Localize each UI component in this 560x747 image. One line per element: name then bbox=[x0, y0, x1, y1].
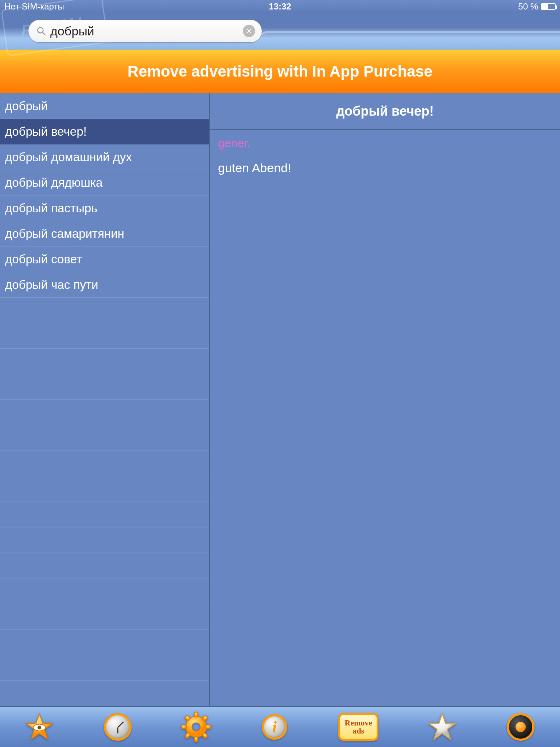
results-list[interactable]: добрыйдобрый вечер!добрый домашний духдо… bbox=[0, 93, 210, 706]
list-item[interactable]: добрый час пути bbox=[0, 272, 209, 298]
svg-rect-7 bbox=[194, 737, 198, 742]
search-bar-area bbox=[0, 13, 560, 50]
remove-ads-icon: Remove ads bbox=[338, 713, 378, 741]
list-item[interactable]: добрый вечер! bbox=[0, 119, 209, 144]
info-icon: i bbox=[262, 714, 287, 740]
tab-settings[interactable] bbox=[180, 711, 213, 743]
star-icon bbox=[427, 712, 457, 742]
remove-ads-line1: Remove bbox=[345, 719, 372, 727]
tab-star[interactable] bbox=[426, 711, 459, 743]
ad-banner-text: Remove advertising with In App Purchase bbox=[128, 63, 432, 80]
list-empty-row bbox=[0, 425, 209, 451]
detail-title: добрый вечер! bbox=[210, 93, 560, 130]
list-empty-row bbox=[0, 527, 209, 553]
list-empty-row bbox=[0, 400, 209, 425]
list-empty-row bbox=[0, 502, 209, 527]
status-right: 50 % bbox=[518, 1, 556, 12]
clock-icon bbox=[104, 713, 132, 741]
ad-banner[interactable]: Remove advertising with In App Purchase bbox=[0, 50, 560, 93]
tab-history[interactable] bbox=[101, 711, 134, 743]
search-icon bbox=[36, 26, 46, 36]
svg-rect-6 bbox=[194, 712, 198, 717]
list-empty-row bbox=[0, 681, 209, 706]
tab-bar: i Remove ads bbox=[0, 706, 560, 747]
status-battery-percent: 50 % bbox=[518, 1, 538, 12]
svg-rect-9 bbox=[206, 725, 211, 729]
list-item[interactable]: добрый пастырь bbox=[0, 196, 209, 221]
detail-panel: добрый вечер! gener. guten Abend! bbox=[210, 93, 560, 706]
status-bar: Нет SIM-карты 13:32 50 % bbox=[0, 0, 560, 13]
list-empty-row bbox=[0, 476, 209, 502]
tab-favorites-eye[interactable] bbox=[23, 711, 56, 743]
main-content: добрыйдобрый вечер!добрый домашний духдо… bbox=[0, 93, 560, 706]
detail-translation: guten Abend! bbox=[218, 161, 552, 175]
list-empty-row bbox=[0, 349, 209, 374]
clear-search-button[interactable] bbox=[243, 25, 255, 37]
list-item[interactable]: добрый самаритянин bbox=[0, 221, 209, 247]
list-item[interactable]: добрый совет bbox=[0, 247, 209, 272]
tab-audio[interactable] bbox=[504, 711, 537, 743]
list-empty-row bbox=[0, 451, 209, 476]
list-empty-row bbox=[0, 630, 209, 655]
list-empty-row bbox=[0, 323, 209, 349]
svg-line-1 bbox=[42, 32, 45, 35]
list-empty-row bbox=[0, 604, 209, 630]
gear-icon bbox=[181, 712, 211, 742]
svg-point-5 bbox=[38, 726, 41, 729]
list-empty-row bbox=[0, 553, 209, 578]
list-empty-row bbox=[0, 655, 209, 681]
status-carrier: Нет SIM-карты bbox=[4, 1, 64, 12]
star-eye-icon bbox=[24, 712, 54, 742]
search-pill[interactable] bbox=[28, 20, 262, 42]
tab-remove-ads[interactable]: Remove ads bbox=[337, 711, 380, 743]
close-icon bbox=[246, 28, 252, 34]
status-time: 13:32 bbox=[269, 1, 291, 12]
list-item[interactable]: добрый домашний дух bbox=[0, 144, 209, 170]
search-input[interactable] bbox=[50, 24, 243, 38]
decorative-swoosh bbox=[255, 31, 560, 45]
list-empty-row bbox=[0, 374, 209, 400]
list-empty-row bbox=[0, 578, 209, 604]
list-item[interactable]: добрый дядюшка bbox=[0, 170, 209, 196]
speaker-icon bbox=[507, 713, 534, 741]
list-item[interactable]: добрый bbox=[0, 93, 209, 119]
svg-rect-8 bbox=[182, 725, 186, 729]
detail-body: gener. guten Abend! bbox=[210, 130, 560, 182]
tab-info[interactable]: i bbox=[258, 711, 291, 743]
list-empty-row bbox=[0, 298, 209, 323]
battery-icon bbox=[541, 3, 556, 10]
remove-ads-line2: ads bbox=[353, 727, 364, 735]
detail-category: gener. bbox=[218, 136, 552, 150]
